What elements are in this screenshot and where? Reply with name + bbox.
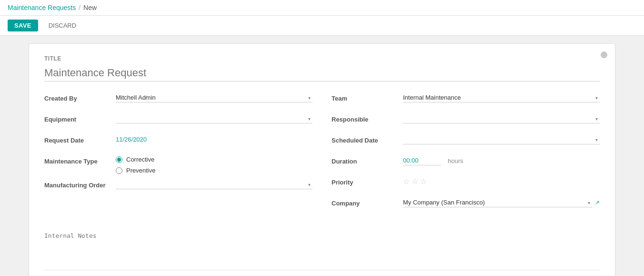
responsible-select[interactable]: [403, 114, 600, 123]
star-2[interactable]: ☆: [412, 177, 418, 186]
status-dot: [601, 51, 607, 58]
maintenance-type-group: Corrective Preventive: [116, 156, 155, 174]
discard-button[interactable]: DISCARD: [42, 20, 83, 31]
form-columns: Created By Mitchell Admin Equipment: [44, 93, 600, 219]
priority-label: Priority: [332, 177, 403, 186]
duration-row: Duration hours: [332, 156, 600, 171]
responsible-label: Responsible: [332, 114, 403, 123]
maintenance-type-value: Corrective Preventive: [116, 156, 312, 174]
maintenance-type-label: Maintenance Type: [44, 156, 116, 165]
priority-value: ☆ ☆ ☆: [403, 177, 600, 186]
company-external-link-icon[interactable]: ↗: [595, 199, 600, 206]
team-label: Team: [332, 93, 403, 102]
company-row: Company My Company (San Francisco) ↗: [332, 198, 600, 213]
equipment-select[interactable]: [116, 114, 312, 123]
created-by-value: Mitchell Admin: [116, 93, 312, 102]
duration-input[interactable]: [403, 156, 441, 165]
left-column: Created By Mitchell Admin Equipment: [44, 93, 312, 219]
breadcrumb-parent[interactable]: Maintenance Requests: [8, 4, 76, 11]
corrective-radio[interactable]: [116, 156, 122, 163]
right-column: Team Internal Maintenance Responsible: [332, 93, 600, 219]
internal-notes-input[interactable]: [44, 232, 600, 261]
save-button[interactable]: SAVE: [8, 20, 38, 31]
company-select-wrapper: My Company (San Francisco): [403, 198, 592, 207]
scheduled-date-label: Scheduled Date: [332, 135, 403, 144]
equipment-label: Equipment: [44, 114, 116, 123]
star-3[interactable]: ☆: [420, 177, 427, 186]
manufacturing-order-row: Manufacturing Order: [44, 180, 312, 195]
scheduled-date-select[interactable]: [403, 135, 600, 144]
request-date-text: 11/26/2020: [116, 135, 147, 144]
responsible-value: [403, 114, 600, 123]
manufacturing-order-select-wrapper: [116, 180, 312, 189]
created-by-label: Created By: [44, 93, 116, 102]
responsible-select-wrapper: [403, 114, 600, 123]
corrective-label: Corrective: [126, 156, 154, 163]
manufacturing-order-select[interactable]: [116, 180, 312, 189]
team-select[interactable]: Internal Maintenance: [403, 93, 600, 102]
toolbar: SAVE DISCARD: [0, 16, 644, 36]
manufacturing-order-value: [116, 180, 312, 189]
duration-label: Duration: [332, 156, 403, 165]
priority-stars: ☆ ☆ ☆: [403, 177, 427, 186]
created-by-row: Created By Mitchell Admin: [44, 93, 312, 108]
preventive-radio[interactable]: [116, 167, 122, 174]
manufacturing-order-label: Manufacturing Order: [44, 180, 116, 189]
hours-label: hours: [448, 157, 463, 164]
breadcrumb-current: New: [83, 4, 97, 11]
notes-divider: [44, 270, 600, 270]
maintenance-type-row: Maintenance Type Corrective Preventive: [44, 156, 312, 174]
page-wrapper: Maintenance Requests / New SAVE DISCARD …: [0, 0, 644, 276]
breadcrumb: Maintenance Requests / New: [8, 4, 97, 11]
scheduled-date-row: Scheduled Date: [332, 135, 600, 150]
request-date-label: Request Date: [44, 135, 116, 144]
equipment-row: Equipment: [44, 114, 312, 129]
priority-row: Priority ☆ ☆ ☆: [332, 177, 600, 192]
title-input[interactable]: [44, 65, 600, 82]
team-select-wrapper: Internal Maintenance: [403, 93, 600, 102]
scheduled-date-value: [403, 135, 600, 144]
main-content: Title Created By Mitchell Admin: [0, 36, 644, 276]
responsible-row: Responsible: [332, 114, 600, 129]
team-value: Internal Maintenance: [403, 93, 600, 102]
created-by-select[interactable]: Mitchell Admin: [116, 93, 312, 102]
scheduled-date-select-wrapper: [403, 135, 600, 144]
equipment-select-wrapper: [116, 114, 312, 123]
request-date-row: Request Date 11/26/2020: [44, 135, 312, 150]
equipment-value: [116, 114, 312, 123]
preventive-label: Preventive: [126, 167, 155, 174]
duration-value: hours: [403, 156, 600, 165]
star-1[interactable]: ☆: [403, 177, 410, 186]
company-value: My Company (San Francisco) ↗: [403, 198, 600, 207]
title-label: Title: [44, 55, 600, 62]
company-wrapper: My Company (San Francisco) ↗: [403, 198, 600, 207]
created-by-select-wrapper: Mitchell Admin: [116, 93, 312, 102]
request-date-value: 11/26/2020: [116, 135, 312, 144]
corrective-option[interactable]: Corrective: [116, 156, 155, 163]
company-select[interactable]: My Company (San Francisco): [403, 198, 592, 207]
form-card: Title Created By Mitchell Admin: [29, 43, 615, 276]
breadcrumb-separator: /: [79, 4, 80, 11]
team-row: Team Internal Maintenance: [332, 93, 600, 108]
company-label: Company: [332, 198, 403, 207]
preventive-option[interactable]: Preventive: [116, 167, 155, 174]
breadcrumb-bar: Maintenance Requests / New: [0, 0, 644, 16]
internal-notes-section: [44, 228, 600, 262]
